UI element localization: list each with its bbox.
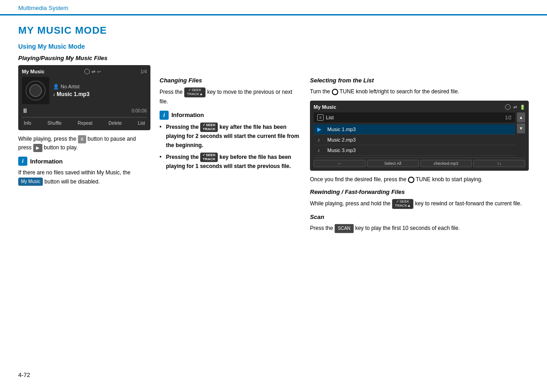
player-screen-title: My Music [22, 69, 45, 74]
info-title-label: Information [30, 158, 63, 165]
middle-info-bullets: Pressing the ✓SEEKTRACK key after the fi… [160, 122, 301, 171]
player-list-btn[interactable]: List [136, 120, 147, 127]
note-icon: ♪ [53, 92, 55, 97]
list-item-3[interactable]: ♪ Music 3.mp3 [314, 145, 515, 156]
changing-files-body: Press the ✓SEEKTRACK▲ key to move to the… [160, 87, 301, 106]
list-screen: My Music ⇄ 🔋 ≡ List 1/ [310, 101, 529, 171]
list-item-text-2: Music 2.mp3 [327, 137, 356, 143]
selecting-body-after: Once you find the desired file, press th… [310, 175, 529, 184]
player-progress-row: ⏸ 0:00:06 [22, 107, 147, 114]
list-back-btn[interactable]: ← [314, 160, 366, 167]
player-icon-shuffle: ⇄ [92, 69, 95, 74]
section-title: MY MUSIC MODE [18, 25, 150, 36]
middle-info-header: i Information [160, 111, 301, 120]
player-shuffle-btn[interactable]: Shuffle [46, 120, 63, 127]
bullet-item-2: Pressing the ✓SEEKTRACK key before the f… [160, 153, 301, 171]
list-item-text-3: Music 3.mp3 [327, 148, 356, 153]
seek-track-btn-1: ✓SEEKTRACK▲ [184, 87, 206, 97]
player-top-icons: ⇄ ↩ [84, 69, 101, 74]
list-item-1[interactable]: ▶ Music 1.mp3 [314, 124, 515, 135]
player-artist: 👤 No Artist [53, 84, 89, 90]
list-item-2[interactable]: ♪ Music 2.mp3 [314, 135, 515, 145]
player-repeat-btn[interactable]: Repeat [76, 120, 94, 127]
player-icon-repeat: ↩ [97, 69, 101, 74]
seek-track-rewinding-btn: ✓SEEKTRACK▲ [392, 199, 413, 209]
pause-inline-btn: ⏸ [78, 135, 86, 143]
list-battery-icon: 🔋 [520, 105, 525, 110]
album-disc [26, 81, 46, 101]
scroll-down-btn[interactable]: ▼ [517, 123, 525, 133]
player-body-text: While playing, press the ⏸ button to pau… [18, 135, 150, 152]
list-wrapper: ≡ List 1/2 ▶ Music 1.mp3 ♪ [314, 112, 525, 158]
selecting-title: Selecting from the List [310, 77, 529, 84]
play-icon-1: ▶ [317, 126, 325, 132]
note-icon-2: ♪ [317, 137, 325, 143]
rewinding-title: Rewinding / Fast-forwarding Files [310, 188, 529, 195]
info-body: If there are no files saved within My Mu… [18, 168, 150, 186]
changing-files-title: Changing Files [160, 77, 301, 84]
list-icon: ≡ [317, 114, 324, 121]
player-bottom-bar: Info Shuffle Repeat Delete List [22, 117, 147, 127]
info-header: i Information [18, 157, 150, 166]
list-bottom-bar: ← Select All checked.mp3 ↑↓ [314, 158, 525, 167]
subsection-title: Using My Music Mode [18, 43, 150, 50]
right-column: Selecting from the List Turn the TUNE kn… [310, 25, 529, 238]
time-display: 0:00:06 [132, 108, 147, 113]
left-info-box: i Information If there are no files save… [18, 157, 150, 186]
my-music-inline-btn: My Music [18, 178, 43, 186]
list-label-left: ≡ List [317, 114, 334, 121]
player-album-art [22, 77, 49, 104]
scroll-buttons: ▲ ▼ [517, 112, 525, 158]
list-circle-icon [505, 104, 511, 110]
scroll-up-btn[interactable]: ▲ [517, 112, 525, 122]
list-shuffle-icon: ⇄ [513, 105, 517, 110]
player-track: ♪ Music 1.mp3 [53, 91, 89, 97]
header: Multimedia System [0, 0, 547, 15]
bullet-item-1: Pressing the ✓SEEKTRACK key after the fi… [160, 122, 301, 150]
player-delete-btn[interactable]: Delete [107, 120, 124, 127]
middle-info-box: i Information Pressing the ✓SEEKTRACK ke… [160, 111, 301, 171]
player-counter: 1/4 [140, 69, 147, 74]
list-top-icons: ⇄ 🔋 [505, 104, 525, 110]
left-column: MY MUSIC MODE Using My Music Mode Playin… [18, 25, 160, 238]
seek-btn-bullet-1: ✓SEEKTRACK [200, 122, 218, 132]
middle-info-title: Information [171, 112, 204, 118]
player-info-btn[interactable]: Info [22, 120, 33, 127]
selecting-body: Turn the TUNE knob left/right to search … [310, 87, 529, 96]
player-screen: My Music ⇄ ↩ 1/4 👤 No Art [18, 65, 150, 130]
sort-btn[interactable]: ↑↓ [473, 160, 525, 167]
scan-inline-btn: SCAN [335, 224, 354, 233]
list-items: ▶ Music 1.mp3 ♪ Music 2.mp3 ♪ Music 3.mp… [314, 124, 515, 156]
play-inline-btn: ▶ [33, 144, 42, 152]
pause-indicator: ⏸ [22, 107, 28, 114]
player-icon-circle [84, 69, 90, 74]
list-label-row: ≡ List 1/2 [314, 112, 515, 122]
page-number: 4-72 [18, 372, 30, 378]
list-page-counter: 1/2 [505, 115, 511, 120]
scan-title: Scan [310, 214, 529, 220]
seek-btn-bullet-2: ✓SEEKTRACK [200, 153, 218, 163]
info-icon: i [18, 157, 27, 166]
middle-column: Changing Files Press the ✓SEEKTRACK▲ key… [160, 25, 310, 238]
player-controls: ⏸ [22, 107, 28, 114]
header-title: Multimedia System [18, 5, 68, 11]
select-all-btn[interactable]: Select All [367, 160, 419, 167]
middle-info-icon: i [160, 111, 169, 120]
player-info: 👤 No Artist ♪ Music 1.mp3 [53, 77, 89, 104]
checked-file-btn[interactable]: checked.mp3 [420, 160, 472, 167]
list-top-bar: My Music ⇄ 🔋 [314, 104, 525, 110]
note-icon-3: ♪ [317, 147, 325, 153]
list-screen-title: My Music [314, 104, 336, 110]
artist-icon: 👤 [53, 84, 59, 89]
list-item-text-1: Music 1.mp3 [327, 127, 356, 132]
playing-pausing-title: Playing/Pausing My Music Files [18, 55, 150, 61]
list-items-container: ≡ List 1/2 ▶ Music 1.mp3 ♪ [314, 112, 515, 158]
scan-body: Press the SCAN key to play the first 10 … [310, 224, 529, 233]
rewinding-body: While playing, press and hold the ✓SEEKT… [310, 199, 529, 209]
